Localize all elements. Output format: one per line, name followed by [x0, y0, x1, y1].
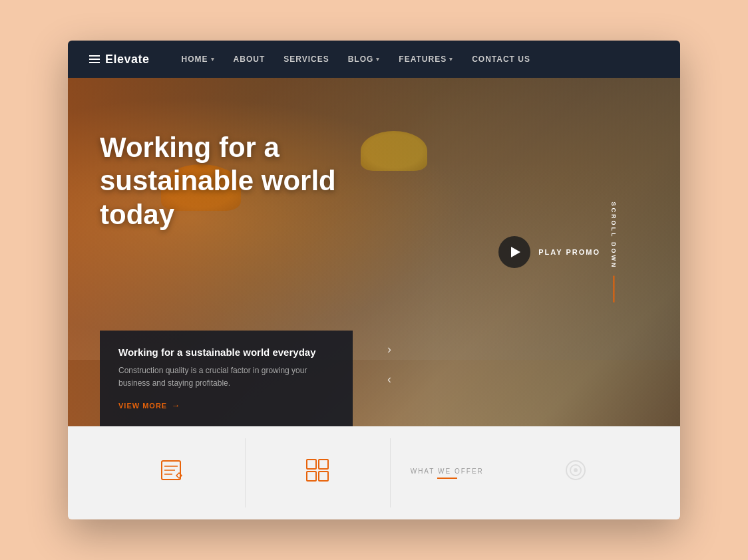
brand-name: Elevate — [105, 53, 150, 67]
scroll-down-indicator: SCROLL DOWN — [611, 202, 618, 303]
slide-arrows: › ‹ — [387, 343, 391, 386]
browser-window: Elevate HOME ▾ ABOUT SERVICES — [68, 41, 680, 519]
nav-link-contact[interactable]: CONTACT US — [472, 55, 530, 64]
circle-icon — [560, 454, 592, 486]
svg-point-10 — [574, 468, 578, 472]
nav-item-services[interactable]: SERVICES — [283, 55, 329, 64]
hero-section: Working for a sustainable world today PL… — [68, 78, 680, 426]
nav-item-home[interactable]: HOME ▾ — [182, 55, 215, 64]
nav-link-blog[interactable]: BLOG ▾ — [348, 55, 381, 64]
scroll-down-label: SCROLL DOWN — [611, 202, 618, 269]
svg-rect-5 — [319, 460, 328, 469]
edit-icon — [156, 454, 188, 486]
navbar: Elevate HOME ▾ ABOUT SERVICES — [68, 41, 680, 78]
service-card-2 — [246, 438, 391, 507]
svg-rect-6 — [307, 472, 316, 481]
nav-item-blog[interactable]: BLOG ▾ — [348, 55, 381, 64]
svg-rect-7 — [319, 472, 328, 481]
chevron-down-icon: ▾ — [211, 56, 215, 63]
what-we-offer-label: WHAT WE OFFER — [411, 468, 484, 475]
prev-arrow[interactable]: ‹ — [387, 372, 391, 386]
chevron-down-icon: ▾ — [449, 56, 453, 63]
next-arrow[interactable]: › — [387, 343, 391, 356]
view-more-link[interactable]: VIEW MORE — [118, 400, 334, 410]
hero-content: Working for a sustainable world today — [68, 78, 680, 231]
nav-item-about[interactable]: ABOUT — [234, 55, 266, 64]
scroll-line — [614, 275, 615, 302]
hero-title: Working for a sustainable world today — [100, 131, 353, 231]
nav-links: HOME ▾ ABOUT SERVICES BLOG ▾ — [182, 55, 530, 64]
nav-item-contact[interactable]: CONTACT US — [472, 55, 530, 64]
play-promo[interactable]: PLAY PROMO — [498, 236, 600, 268]
nav-link-services[interactable]: SERVICES — [283, 55, 329, 64]
what-we-offer-section: WHAT WE OFFER — [391, 468, 504, 479]
nav-item-features[interactable]: FEATURES ▾ — [399, 55, 453, 64]
svg-rect-4 — [307, 460, 316, 469]
nav-link-about[interactable]: ABOUT — [234, 55, 266, 64]
play-button[interactable] — [498, 236, 530, 268]
info-card-title: Working for a sustainable world everyday — [118, 347, 334, 358]
chevron-down-icon: ▾ — [376, 56, 380, 63]
info-card-text: Construction quality is a crucial factor… — [118, 364, 334, 390]
info-card: Working for a sustainable world everyday… — [100, 331, 353, 426]
grid-icon — [301, 454, 333, 486]
bottom-section: WHAT WE OFFER — [68, 426, 680, 519]
hamburger-icon — [89, 55, 100, 63]
play-label: PLAY PROMO — [538, 248, 600, 256]
what-we-offer-line — [437, 478, 457, 479]
service-card-1 — [100, 438, 246, 507]
brand-logo[interactable]: Elevate — [89, 53, 150, 67]
service-card-3 — [504, 438, 649, 507]
nav-link-home[interactable]: HOME ▾ — [182, 55, 215, 64]
nav-link-features[interactable]: FEATURES ▾ — [399, 55, 453, 64]
